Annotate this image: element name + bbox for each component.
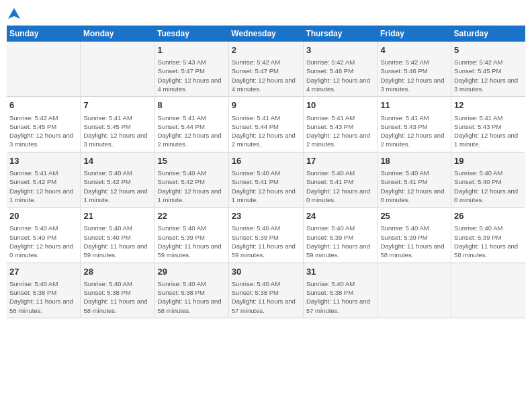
day-header-sunday: Sunday (7, 26, 81, 42)
calendar-cell: 19Sunrise: 5:40 AM Sunset: 5:40 PM Dayli… (451, 152, 525, 207)
calendar-cell: 4Sunrise: 5:42 AM Sunset: 5:46 PM Daylig… (378, 42, 451, 97)
calendar-cell: 23Sunrise: 5:40 AM Sunset: 5:39 PM Dayli… (228, 208, 303, 263)
day-info: Sunrise: 5:40 AM Sunset: 5:39 PM Dayligh… (380, 224, 448, 259)
day-info: Sunrise: 5:40 AM Sunset: 5:40 PM Dayligh… (83, 224, 151, 259)
calendar-cell: 11Sunrise: 5:41 AM Sunset: 5:43 PM Dayli… (378, 97, 451, 152)
calendar-week-row: 1Sunrise: 5:43 AM Sunset: 5:47 PM Daylig… (7, 42, 525, 97)
day-info: Sunrise: 5:40 AM Sunset: 5:38 PM Dayligh… (83, 279, 151, 315)
day-number: 31 (306, 266, 375, 278)
calendar-cell (7, 42, 81, 97)
header (7, 7, 525, 21)
day-number: 27 (9, 266, 77, 278)
day-info: Sunrise: 5:40 AM Sunset: 5:38 PM Dayligh… (306, 279, 375, 315)
day-info: Sunrise: 5:40 AM Sunset: 5:41 PM Dayligh… (380, 169, 448, 204)
day-info: Sunrise: 5:42 AM Sunset: 5:47 PM Dayligh… (232, 58, 300, 93)
day-number: 25 (380, 210, 448, 222)
day-number: 19 (454, 155, 523, 167)
day-header-wednesday: Wednesday (228, 26, 303, 42)
day-number: 28 (83, 266, 151, 278)
calendar-cell: 25Sunrise: 5:40 AM Sunset: 5:39 PM Dayli… (378, 208, 451, 263)
day-number: 2 (232, 44, 300, 56)
calendar-cell: 12Sunrise: 5:41 AM Sunset: 5:43 PM Dayli… (451, 97, 525, 152)
day-number: 5 (454, 44, 523, 56)
calendar-cell: 31Sunrise: 5:40 AM Sunset: 5:38 PM Dayli… (303, 263, 378, 318)
day-number: 3 (306, 44, 375, 56)
day-info: Sunrise: 5:41 AM Sunset: 5:43 PM Dayligh… (380, 113, 448, 149)
day-info: Sunrise: 5:40 AM Sunset: 5:40 PM Dayligh… (454, 169, 523, 204)
day-number: 14 (83, 155, 151, 167)
day-number: 24 (306, 210, 375, 222)
calendar-cell: 2Sunrise: 5:42 AM Sunset: 5:47 PM Daylig… (228, 42, 303, 97)
calendar-cell: 28Sunrise: 5:40 AM Sunset: 5:38 PM Dayli… (81, 263, 154, 318)
logo-bird-icon (7, 7, 21, 21)
day-number: 29 (158, 266, 226, 278)
calendar-body: 1Sunrise: 5:43 AM Sunset: 5:47 PM Daylig… (7, 42, 525, 318)
calendar-cell (378, 263, 451, 318)
calendar-week-row: 6Sunrise: 5:42 AM Sunset: 5:45 PM Daylig… (7, 97, 525, 152)
day-info: Sunrise: 5:40 AM Sunset: 5:40 PM Dayligh… (9, 224, 77, 259)
calendar-table: SundayMondayTuesdayWednesdayThursdayFrid… (7, 26, 525, 318)
calendar-cell (81, 42, 154, 97)
day-number: 1 (158, 44, 226, 56)
day-number: 30 (232, 266, 300, 278)
day-number: 17 (306, 155, 375, 167)
calendar-cell: 18Sunrise: 5:40 AM Sunset: 5:41 PM Dayli… (378, 152, 451, 207)
day-number: 21 (83, 210, 151, 222)
calendar-header-row: SundayMondayTuesdayWednesdayThursdayFrid… (7, 26, 525, 42)
day-header-saturday: Saturday (451, 26, 525, 42)
calendar-cell: 7Sunrise: 5:41 AM Sunset: 5:45 PM Daylig… (81, 97, 154, 152)
day-number: 26 (454, 210, 523, 222)
day-info: Sunrise: 5:42 AM Sunset: 5:46 PM Dayligh… (306, 58, 375, 93)
day-info: Sunrise: 5:40 AM Sunset: 5:39 PM Dayligh… (454, 224, 523, 259)
calendar-cell: 5Sunrise: 5:42 AM Sunset: 5:45 PM Daylig… (451, 42, 525, 97)
day-info: Sunrise: 5:42 AM Sunset: 5:46 PM Dayligh… (380, 58, 448, 93)
svg-marker-0 (8, 8, 20, 19)
calendar-cell: 26Sunrise: 5:40 AM Sunset: 5:39 PM Dayli… (451, 208, 525, 263)
day-info: Sunrise: 5:40 AM Sunset: 5:38 PM Dayligh… (9, 279, 77, 315)
calendar-cell: 6Sunrise: 5:42 AM Sunset: 5:45 PM Daylig… (7, 97, 81, 152)
day-header-thursday: Thursday (303, 26, 378, 42)
day-number: 23 (232, 210, 300, 222)
calendar-cell: 14Sunrise: 5:40 AM Sunset: 5:42 PM Dayli… (81, 152, 154, 207)
day-info: Sunrise: 5:43 AM Sunset: 5:47 PM Dayligh… (158, 58, 226, 93)
day-number: 20 (9, 210, 77, 222)
day-info: Sunrise: 5:40 AM Sunset: 5:38 PM Dayligh… (232, 279, 300, 315)
day-number: 4 (380, 44, 448, 56)
calendar-cell: 27Sunrise: 5:40 AM Sunset: 5:38 PM Dayli… (7, 263, 81, 318)
calendar-cell: 20Sunrise: 5:40 AM Sunset: 5:40 PM Dayli… (7, 208, 81, 263)
day-number: 7 (83, 99, 151, 111)
day-info: Sunrise: 5:41 AM Sunset: 5:44 PM Dayligh… (158, 113, 226, 149)
day-number: 9 (232, 99, 300, 111)
calendar-cell: 8Sunrise: 5:41 AM Sunset: 5:44 PM Daylig… (154, 97, 228, 152)
calendar-week-row: 20Sunrise: 5:40 AM Sunset: 5:40 PM Dayli… (7, 208, 525, 263)
calendar-week-row: 13Sunrise: 5:41 AM Sunset: 5:42 PM Dayli… (7, 152, 525, 207)
calendar-cell: 13Sunrise: 5:41 AM Sunset: 5:42 PM Dayli… (7, 152, 81, 207)
day-number: 18 (380, 155, 448, 167)
calendar-cell: 24Sunrise: 5:40 AM Sunset: 5:39 PM Dayli… (303, 208, 378, 263)
day-number: 22 (158, 210, 226, 222)
day-number: 12 (454, 99, 523, 111)
day-info: Sunrise: 5:41 AM Sunset: 5:44 PM Dayligh… (232, 113, 300, 149)
day-info: Sunrise: 5:41 AM Sunset: 5:43 PM Dayligh… (306, 113, 375, 149)
day-info: Sunrise: 5:42 AM Sunset: 5:45 PM Dayligh… (454, 58, 523, 93)
calendar-cell: 17Sunrise: 5:40 AM Sunset: 5:41 PM Dayli… (303, 152, 378, 207)
day-header-tuesday: Tuesday (154, 26, 228, 42)
day-info: Sunrise: 5:41 AM Sunset: 5:42 PM Dayligh… (9, 169, 77, 204)
day-number: 15 (158, 155, 226, 167)
day-number: 16 (232, 155, 300, 167)
calendar-cell: 21Sunrise: 5:40 AM Sunset: 5:40 PM Dayli… (81, 208, 154, 263)
calendar-cell: 30Sunrise: 5:40 AM Sunset: 5:38 PM Dayli… (228, 263, 303, 318)
day-number: 6 (9, 99, 77, 111)
day-info: Sunrise: 5:40 AM Sunset: 5:42 PM Dayligh… (158, 169, 226, 204)
calendar-cell: 9Sunrise: 5:41 AM Sunset: 5:44 PM Daylig… (228, 97, 303, 152)
calendar-cell: 29Sunrise: 5:40 AM Sunset: 5:38 PM Dayli… (154, 263, 228, 318)
calendar-cell: 1Sunrise: 5:43 AM Sunset: 5:47 PM Daylig… (154, 42, 228, 97)
day-number: 11 (380, 99, 448, 111)
calendar-cell: 16Sunrise: 5:40 AM Sunset: 5:41 PM Dayli… (228, 152, 303, 207)
day-info: Sunrise: 5:40 AM Sunset: 5:41 PM Dayligh… (306, 169, 375, 204)
day-number: 13 (9, 155, 77, 167)
calendar-cell (451, 263, 525, 318)
day-info: Sunrise: 5:41 AM Sunset: 5:43 PM Dayligh… (454, 113, 523, 149)
day-info: Sunrise: 5:40 AM Sunset: 5:41 PM Dayligh… (232, 169, 300, 204)
day-info: Sunrise: 5:41 AM Sunset: 5:45 PM Dayligh… (83, 113, 151, 149)
